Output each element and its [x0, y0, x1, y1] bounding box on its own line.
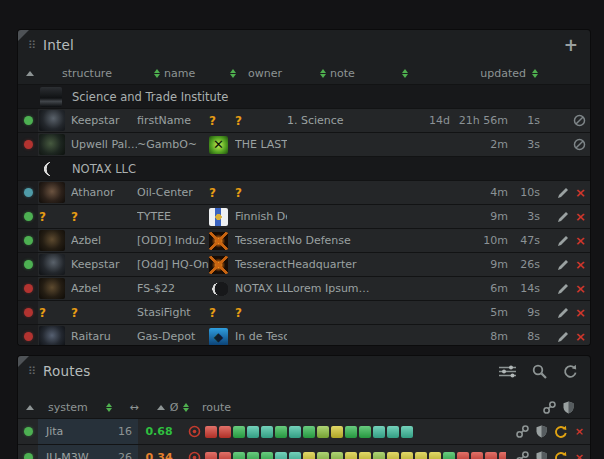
- delete-button[interactable]: ×: [575, 306, 586, 319]
- panel-fold-corner[interactable]: [18, 356, 29, 367]
- delete-button[interactable]: ×: [575, 452, 584, 459]
- col-updated[interactable]: updated: [480, 67, 526, 80]
- link-icon[interactable]: [516, 451, 529, 459]
- edit-pencil-icon[interactable]: [557, 331, 569, 343]
- route-system-square[interactable]: [485, 452, 497, 459]
- sort-arrows-icon[interactable]: [106, 403, 112, 412]
- intel-row[interactable]: Upwell Pal…~GambO~✕THE LAST A…2m3s: [18, 132, 590, 156]
- intel-row[interactable]: ??TYTEEFinnish Dee…9m3s×: [18, 204, 590, 228]
- route-system-square[interactable]: [331, 452, 343, 459]
- route-system-square[interactable]: [387, 426, 399, 438]
- route-system-square[interactable]: [247, 426, 259, 438]
- route-system-square[interactable]: [247, 452, 259, 459]
- sort-asc-icon[interactable]: [26, 405, 34, 410]
- delete-button[interactable]: ×: [575, 186, 586, 199]
- route-system-square[interactable]: [457, 452, 469, 459]
- sort-asc-icon[interactable]: [157, 405, 165, 410]
- route-system-square[interactable]: [443, 452, 455, 459]
- route-system-square[interactable]: [415, 452, 427, 459]
- route-system-square[interactable]: [359, 452, 371, 459]
- sort-arrows-icon[interactable]: [320, 69, 326, 78]
- intel-row[interactable]: AthanorOil-Center??4m10s×: [18, 180, 590, 204]
- delete-button[interactable]: ×: [575, 426, 584, 437]
- sort-asc-icon[interactable]: [26, 71, 34, 76]
- route-system-square[interactable]: [471, 452, 483, 459]
- add-intel-button[interactable]: +: [564, 37, 578, 54]
- intel-row[interactable]: RaitaruGas-Depot◆In de Tesch8m8s×: [18, 324, 590, 345]
- intel-group-row[interactable]: Science and Trade Institute: [18, 84, 590, 108]
- route-system-square[interactable]: [359, 426, 371, 438]
- route-system-square[interactable]: [429, 452, 441, 459]
- sort-arrows-icon[interactable]: [183, 403, 189, 412]
- route-system-square[interactable]: [205, 426, 217, 438]
- intel-row[interactable]: Keepstar[Odd] HQ-OneTesseract C…Headquar…: [18, 252, 590, 276]
- edit-pencil-icon[interactable]: [557, 211, 569, 223]
- sort-arrows-icon[interactable]: [154, 69, 160, 78]
- route-system-square[interactable]: [345, 426, 357, 438]
- drag-grip-icon[interactable]: ⠿: [28, 40, 36, 51]
- link-icon[interactable]: [516, 425, 529, 438]
- route-system-square[interactable]: [289, 426, 301, 438]
- delete-button[interactable]: ×: [575, 258, 586, 271]
- refresh-icon[interactable]: [554, 451, 568, 459]
- edit-pencil-icon[interactable]: [557, 283, 569, 295]
- col-jumps[interactable]: ↔: [129, 401, 138, 414]
- intel-row[interactable]: AzbelFS-$22NOTAX LLCLorem Ipsum…6m14s×: [18, 276, 590, 300]
- route-system-square[interactable]: [275, 452, 287, 459]
- route-system-square[interactable]: [219, 426, 231, 438]
- col-avg-security[interactable]: Ø: [170, 401, 179, 414]
- ban-icon[interactable]: [573, 138, 586, 151]
- delete-button[interactable]: ×: [575, 330, 586, 343]
- route-system-square[interactable]: [345, 452, 357, 459]
- route-system-square[interactable]: [303, 452, 315, 459]
- sort-arrows-icon[interactable]: [532, 69, 538, 78]
- delete-button[interactable]: ×: [575, 282, 586, 295]
- shield-icon[interactable]: [536, 425, 547, 438]
- refresh-icon[interactable]: [554, 425, 568, 439]
- intel-row[interactable]: Azbel[ODD] Indu2Tesseract C…No Defense10…: [18, 228, 590, 252]
- col-route[interactable]: route: [202, 401, 231, 414]
- route-system-square[interactable]: [205, 452, 217, 459]
- link-icon[interactable]: [543, 401, 556, 414]
- intel-row[interactable]: ??StasiFight??5m9s×: [18, 300, 590, 324]
- col-note[interactable]: note: [330, 67, 355, 80]
- drag-grip-icon[interactable]: ⠿: [28, 366, 36, 377]
- route-row[interactable]: Jita160.68×: [18, 418, 590, 444]
- route-system-square[interactable]: [331, 426, 343, 438]
- route-system-square[interactable]: [499, 452, 506, 459]
- shield-icon[interactable]: [536, 451, 547, 459]
- route-system-square[interactable]: [317, 452, 329, 459]
- route-system-square[interactable]: [261, 426, 273, 438]
- intel-group-row[interactable]: NOTAX LLC: [18, 156, 590, 180]
- route-system-square[interactable]: [303, 426, 315, 438]
- panel-fold-corner[interactable]: [18, 30, 29, 41]
- route-system-square[interactable]: [233, 452, 245, 459]
- route-system-square[interactable]: [373, 452, 385, 459]
- col-structure[interactable]: structure: [62, 67, 112, 80]
- route-system-square[interactable]: [219, 452, 231, 459]
- route-system-square[interactable]: [387, 452, 399, 459]
- edit-pencil-icon[interactable]: [557, 235, 569, 247]
- ban-icon[interactable]: [573, 114, 586, 127]
- shield-icon[interactable]: [563, 401, 574, 414]
- edit-pencil-icon[interactable]: [557, 259, 569, 271]
- route-row[interactable]: JU-M3W260.34×: [18, 444, 590, 459]
- delete-button[interactable]: ×: [575, 234, 586, 247]
- system-name[interactable]: JU-M3W: [38, 445, 102, 459]
- route-system-square[interactable]: [261, 452, 273, 459]
- route-system-square[interactable]: [401, 452, 413, 459]
- route-system-square[interactable]: [233, 426, 245, 438]
- settings-sliders-icon[interactable]: [499, 365, 516, 378]
- system-name[interactable]: Jita: [38, 419, 102, 444]
- search-icon[interactable]: [532, 364, 547, 379]
- route-system-square[interactable]: [373, 426, 385, 438]
- route-system-square[interactable]: [275, 426, 287, 438]
- edit-pencil-icon[interactable]: [557, 307, 569, 319]
- refresh-icon[interactable]: [563, 364, 578, 379]
- edit-pencil-icon[interactable]: [557, 187, 569, 199]
- intel-row[interactable]: KeepstarfirstName??1. Science14d21h 56m1…: [18, 108, 590, 132]
- sort-arrows-icon[interactable]: [402, 69, 408, 78]
- col-name[interactable]: name: [164, 67, 195, 80]
- delete-button[interactable]: ×: [575, 210, 586, 223]
- route-system-square[interactable]: [289, 452, 301, 459]
